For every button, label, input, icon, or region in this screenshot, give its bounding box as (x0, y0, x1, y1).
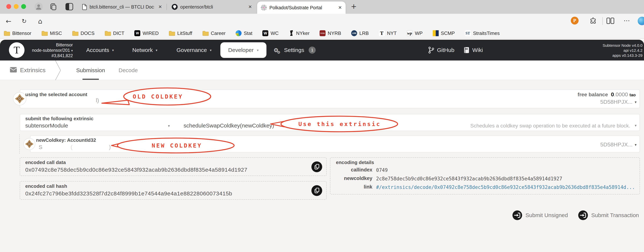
newcoldkey-identicon[interactable] (24, 138, 35, 150)
copilot-icon[interactable] (638, 17, 644, 25)
chevron-down-icon[interactable]: ▾ (168, 124, 170, 128)
bookmark-label: NYT (387, 30, 397, 36)
bookmark-lrb[interactable]: LRBLRB (351, 30, 369, 36)
close-tab-icon[interactable]: ✕ (248, 4, 252, 9)
chevron-down-icon[interactable]: ▾ (635, 143, 636, 147)
balance-whole: 0 (611, 91, 614, 97)
new-tab-button[interactable]: + (351, 2, 357, 10)
callindex-value: 0749 (376, 167, 388, 173)
nav-settings[interactable]: ⚙⚙ Settings 1 (274, 40, 316, 60)
tab-groups-icon[interactable] (50, 3, 58, 11)
document-icon (82, 4, 87, 10)
bookmark-bittensor[interactable]: Bittensor (4, 30, 32, 36)
newcoldkey-address-short[interactable]: 5D58HPJX... (594, 141, 632, 148)
chevron-down-icon[interactable]: ▾ (635, 123, 636, 128)
bookmark-straitstimes[interactable]: STStraitsTimes (465, 30, 500, 36)
folder-icon (169, 31, 175, 36)
home-icon[interactable]: ⌂ (35, 16, 45, 26)
extensions-puzzle-icon[interactable] (589, 17, 597, 24)
annotation-text: Use this extrinsic (274, 121, 405, 127)
polkadot-icon (261, 5, 267, 10)
module-select[interactable]: subtensorModule (25, 122, 68, 129)
bookmark-wired[interactable]: WWIRED (134, 30, 159, 36)
gears-icon: ⚙⚙ (274, 47, 282, 53)
close-window-button[interactable] (6, 4, 11, 9)
github-link[interactable]: GitHub (428, 40, 454, 60)
block-number: #3,841,822 (24, 53, 73, 58)
chain-info[interactable]: Bittensor node-subtensor/201 ▾ #3,841,82… (24, 42, 73, 58)
minimize-window-button[interactable] (14, 4, 18, 9)
bookmark-dict[interactable]: DICT (104, 30, 124, 36)
copy-call-data-button[interactable] (312, 161, 322, 172)
bookmark-nyt[interactable]: TNYT (379, 30, 397, 36)
node-version: Subtensor Node v4.0.0 (602, 43, 642, 48)
gear-icon: ⚙ (277, 50, 280, 54)
bookmark-litstuff[interactable]: LitStuff (169, 30, 192, 36)
wiki-link[interactable]: Wiki (464, 40, 483, 60)
nav-network[interactable]: Network▾ (132, 40, 158, 60)
encoded-call-data-label: encoded call data (25, 160, 66, 165)
nav-label: Network (132, 47, 153, 53)
bookmark-docs[interactable]: DOCS (72, 30, 94, 36)
encoded-call-data-value: 0x07492c8e758dec5b9cd0c86e932ce5843f932a… (25, 167, 247, 173)
more-menu-icon[interactable]: … (624, 15, 630, 23)
tab-submission[interactable]: Submission (76, 67, 105, 73)
extension-p-icon[interactable]: P (571, 17, 578, 24)
tab-title: Polkadot/Substrate Portal (270, 5, 334, 10)
bookmark-label: WP (415, 30, 423, 36)
nav-accounts[interactable]: Accounts▾ (86, 40, 114, 60)
bookmark-wp[interactable]: wpWP (407, 30, 423, 36)
nav-label: Governance (176, 47, 207, 53)
nav-developer[interactable]: Developer▾ (220, 42, 266, 58)
newcoldkey-detail-label: newcoldkey (335, 176, 372, 181)
annotation-new-coldkey: NEW COLDKEY (111, 137, 237, 155)
close-tab-icon[interactable]: ✕ (158, 4, 162, 9)
book-icon (464, 47, 469, 53)
nav-governance[interactable]: Governance▾ (176, 40, 212, 60)
profile-icon[interactable] (34, 2, 43, 11)
browser-tab-bar: btcli.bittensor_cli — BTCLI Docs ✕ opent… (0, 0, 644, 14)
bookmark-career[interactable]: Career (202, 30, 226, 36)
wc-icon: W (262, 30, 268, 36)
tab-decode[interactable]: Decode (118, 67, 138, 73)
browser-tab-opentensor[interactable]: opentensor/btcli ✕ (168, 0, 256, 14)
newcoldkey-param-label: newColdkey: AccountId32 (36, 137, 96, 143)
stat-icon (236, 30, 242, 36)
redacted-account-remnant: l) (96, 97, 99, 104)
bookmark-wc[interactable]: WWC (262, 30, 278, 36)
bookmark-nyker[interactable]: NYker (289, 30, 310, 36)
browser-tab-btcli-docs[interactable]: btcli.bittensor_cli — BTCLI Docs ✕ (78, 0, 166, 14)
account-identicon[interactable] (14, 92, 26, 105)
account-address-short[interactable]: 5D58HPJX... (594, 99, 632, 105)
bookmark-scmp[interactable]: SCMP (433, 30, 455, 36)
method-select[interactable]: scheduleSwapColdkey(newColdkey) (184, 122, 274, 129)
reload-icon[interactable]: ↻ (19, 16, 29, 26)
browser-window: btcli.bittensor_cli — BTCLI Docs ✕ opent… (0, 0, 644, 252)
bookmark-label: LitStuff (177, 30, 192, 36)
bookmark-stat[interactable]: Stat (236, 30, 252, 36)
newcoldkey-detail-value: 2c8e758dec5b9cd0c86e932ce5843f932acab9b2… (376, 176, 562, 182)
decode-link[interactable]: #/extrinsics/decode/0x07492c8e758dec5b9c… (376, 185, 635, 190)
version-info: Subtensor Node v4.0.0 api v12.4.2 apps v… (602, 43, 642, 58)
bookmark-nyrb[interactable]: NYRNYRB (320, 30, 341, 36)
nyrb-icon: NYR (320, 30, 326, 36)
redacted-address-ghost: ( (70, 144, 72, 150)
browser-tab-polkadot-portal[interactable]: Polkadot/Substrate Portal ✕ (257, 1, 346, 14)
active-tab-underline (82, 79, 99, 80)
bookmark-label: Bittensor (12, 30, 32, 36)
bookmark-label: StraitsTimes (473, 30, 500, 36)
submit-transaction-button[interactable]: Submit Transaction (578, 211, 639, 220)
bookmark-label: LRB (359, 30, 369, 36)
copy-call-hash-button[interactable] (312, 185, 322, 196)
back-icon[interactable]: ← (4, 16, 14, 26)
bookmark-misc[interactable]: MISC (42, 30, 62, 36)
close-tab-icon[interactable]: ✕ (338, 5, 342, 10)
settings-badge: 1 (308, 46, 316, 54)
bittensor-logo[interactable]: T (9, 42, 24, 58)
submit-unsigned-button[interactable]: Submit Unsigned (512, 211, 568, 220)
toolbar-divider (602, 17, 603, 25)
sidebar-toggle-icon[interactable] (66, 3, 73, 10)
split-screen-icon[interactable] (606, 17, 614, 24)
chevron-down-icon[interactable]: ▾ (635, 100, 636, 104)
zoom-window-button[interactable] (21, 4, 26, 9)
